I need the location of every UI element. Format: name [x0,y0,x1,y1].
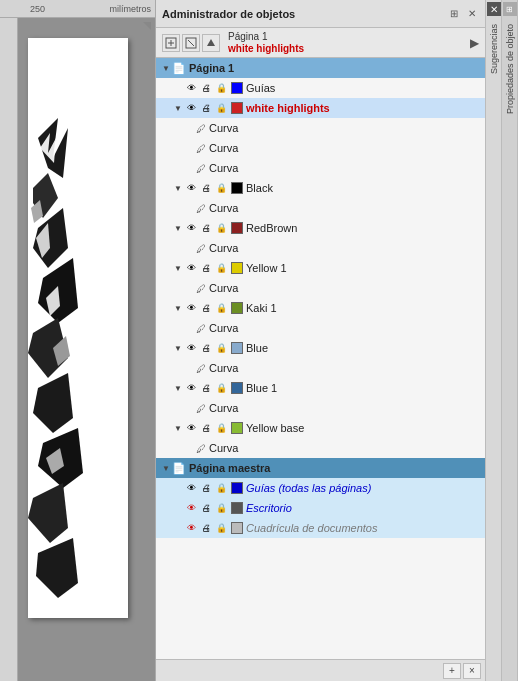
es-print-icon[interactable]: 🖨 [199,501,213,515]
black-print-icon[interactable]: 🖨 [199,181,213,195]
canvas-arrow[interactable] [143,22,151,30]
guias-all-label: Guías (todas las páginas) [246,482,371,494]
panel-pin-icon[interactable]: ⊞ [447,7,461,21]
master-layer-escritorio[interactable]: 👁 🖨 🔒 Escritorio [156,498,485,518]
cd-print-icon[interactable]: 🖨 [199,521,213,535]
b-print-icon[interactable]: 🖨 [199,341,213,355]
curve-b1-1[interactable]: 🖊 Curva [156,398,485,418]
black-lock-icon[interactable]: 🔒 [214,181,228,195]
black-eye-icon[interactable]: 👁 [184,181,198,195]
y1-lock-icon[interactable]: 🔒 [214,261,228,275]
delete-layer-icon[interactable] [182,34,200,52]
b1-lock-icon[interactable]: 🔒 [214,381,228,395]
delete-layer-button[interactable]: × [463,663,481,679]
k1-eye-icon[interactable]: 👁 [184,301,198,315]
curve-icon-b: 🖊 [196,363,206,374]
layer-guias[interactable]: 👁 🖨 🔒 Guías [156,78,485,98]
expand-blue-icon[interactable]: ▼ [172,342,184,354]
rb-lock-icon[interactable]: 🔒 [214,221,228,235]
layer-black[interactable]: ▼ 👁 🖨 🔒 Black [156,178,485,198]
layer-blue1[interactable]: ▼ 👁 🖨 🔒 Blue 1 [156,378,485,398]
wh-eye-icon[interactable]: 👁 [184,101,198,115]
curve-yb-1[interactable]: 🖊 Curva [156,438,485,458]
expand-maestra-icon[interactable]: ▼ [160,462,172,474]
expand-kaki1-icon[interactable]: ▼ [172,302,184,314]
curve-y1-1[interactable]: 🖊 Curva [156,278,485,298]
properties-label[interactable]: Propiedades de objeto [505,24,515,114]
add-layer-button[interactable]: + [443,663,461,679]
expand-blue1-icon[interactable]: ▼ [172,382,184,394]
b-eye-icon[interactable]: 👁 [184,341,198,355]
expand-yellowbase-icon[interactable]: ▼ [172,422,184,434]
b-lock-icon[interactable]: 🔒 [214,341,228,355]
yb-lock-icon[interactable]: 🔒 [214,421,228,435]
layer-kaki1[interactable]: ▼ 👁 🖨 🔒 Kaki 1 [156,298,485,318]
properties-icon[interactable]: ⊞ [503,2,517,16]
rb-print-icon[interactable]: 🖨 [199,221,213,235]
layer-yellow1[interactable]: ▼ 👁 🖨 🔒 Yellow 1 [156,258,485,278]
guias-print-icon[interactable]: 🖨 [199,81,213,95]
curve-rb-1[interactable]: 🖊 Curva [156,238,485,258]
yellow1-label: Yellow 1 [246,262,287,274]
ruler-side [0,18,18,681]
b-vis-icons: 👁 🖨 🔒 [184,341,228,355]
expand-yellow1-icon[interactable]: ▼ [172,262,184,274]
curve-wh-label-1: Curva [209,122,238,134]
redbrown-label: RedBrown [246,222,297,234]
yb-print-icon[interactable]: 🖨 [199,421,213,435]
expand-redbrown-icon[interactable]: ▼ [172,222,184,234]
guias-color-swatch [231,82,243,94]
y1-eye-icon[interactable]: 👁 [184,261,198,275]
breadcrumb-expand[interactable]: ▶ [470,36,479,50]
b1-eye-icon[interactable]: 👁 [184,381,198,395]
es-eye-icon[interactable]: 👁 [184,501,198,515]
layer-tree[interactable]: ▼ 📄 Página 1 👁 🖨 🔒 Guías ▼ 👁 [156,58,485,659]
suggestions-close-icon[interactable]: ✕ [487,2,501,16]
expand-black-icon[interactable]: ▼ [172,182,184,194]
move-up-icon[interactable] [202,34,220,52]
suggestions-label[interactable]: Sugerencias [489,24,499,74]
layer-white-highlights[interactable]: ▼ 👁 🖨 🔒 white highlights [156,98,485,118]
layer-yellowbase[interactable]: ▼ 👁 🖨 🔒 Yellow base [156,418,485,438]
master-layer-cuadricula[interactable]: 👁 🖨 🔒 Cuadrícula de documentos [156,518,485,538]
breadcrumb-layer: white highlights [228,43,304,55]
curve-k1-1[interactable]: 🖊 Curva [156,318,485,338]
y1-vis-icons: 👁 🖨 🔒 [184,261,228,275]
section-pagina1[interactable]: ▼ 📄 Página 1 [156,58,485,78]
curve-wh-1[interactable]: 🖊 Curva [156,118,485,138]
new-layer-icon[interactable] [162,34,180,52]
wh-lock-icon[interactable]: 🔒 [214,101,228,115]
properties-panel[interactable]: ⊞ Propiedades de objeto [501,0,517,681]
k1-vis-icons: 👁 🖨 🔒 [184,301,228,315]
k1-lock-icon[interactable]: 🔒 [214,301,228,315]
layer-blue[interactable]: ▼ 👁 🖨 🔒 Blue [156,338,485,358]
es-lock-icon[interactable]: 🔒 [214,501,228,515]
canvas-page [28,38,128,618]
curve-wh-2[interactable]: 🖊 Curva [156,138,485,158]
panel-header-icons: ⊞ ✕ [447,7,479,21]
cd-lock-icon[interactable]: 🔒 [214,521,228,535]
layer-redbrown[interactable]: ▼ 👁 🖨 🔒 RedBrown [156,218,485,238]
curve-b-1[interactable]: 🖊 Curva [156,358,485,378]
yb-eye-icon[interactable]: 👁 [184,421,198,435]
master-layer-guias-all[interactable]: 👁 🖨 🔒 Guías (todas las páginas) [156,478,485,498]
ga-lock-icon[interactable]: 🔒 [214,481,228,495]
curve-wh-3[interactable]: 🖊 Curva [156,158,485,178]
k1-print-icon[interactable]: 🖨 [199,301,213,315]
guias-eye-icon[interactable]: 👁 [184,81,198,95]
b1-print-icon[interactable]: 🖨 [199,381,213,395]
panel-close-icon[interactable]: ✕ [465,7,479,21]
expand-white-highlights-icon[interactable]: ▼ [172,102,184,114]
wh-print-icon[interactable]: 🖨 [199,101,213,115]
y1-print-icon[interactable]: 🖨 [199,261,213,275]
panel-header: Administrador de objetos ⊞ ✕ [156,0,485,28]
suggestions-panel[interactable]: ✕ Sugerencias [485,0,501,681]
ga-print-icon[interactable]: 🖨 [199,481,213,495]
guias-lock-icon[interactable]: 🔒 [214,81,228,95]
section-pagina-maestra[interactable]: ▼ 📄 Página maestra [156,458,485,478]
curve-black-1[interactable]: 🖊 Curva [156,198,485,218]
rb-eye-icon[interactable]: 👁 [184,221,198,235]
cd-eye-icon[interactable]: 👁 [184,521,198,535]
ga-eye-icon[interactable]: 👁 [184,481,198,495]
expand-pagina1-icon[interactable]: ▼ [160,62,172,74]
